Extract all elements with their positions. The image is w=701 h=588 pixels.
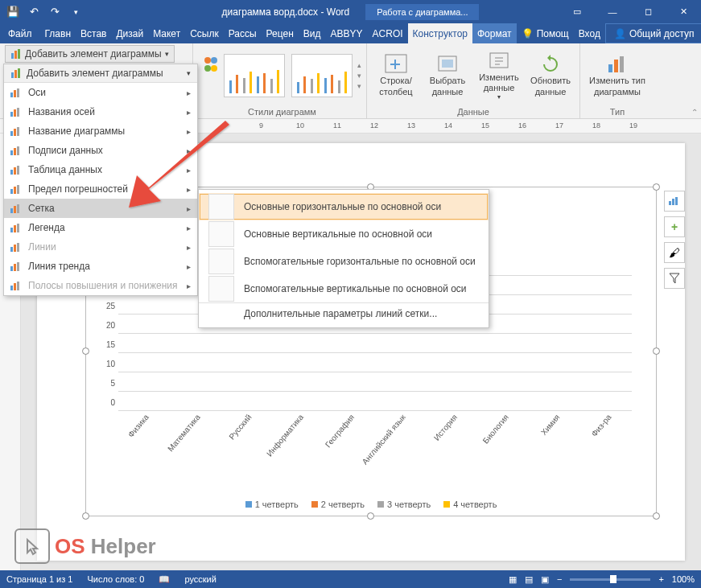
style-gallery-more[interactable]: ▴▾▾ xyxy=(357,61,361,90)
ribbon-group-type: Изменить тип диаграммы Тип xyxy=(580,43,654,118)
web-layout-icon[interactable]: ▣ xyxy=(541,574,549,585)
svg-rect-20 xyxy=(10,93,13,97)
resize-handle[interactable] xyxy=(653,183,660,191)
print-layout-icon[interactable]: ▤ xyxy=(525,574,533,585)
close-icon[interactable]: ✕ xyxy=(666,0,701,23)
submenu-item-minor-hor[interactable]: Вспомогательные горизонтальные по основн… xyxy=(199,248,489,275)
resize-handle[interactable] xyxy=(82,512,89,520)
tab-file[interactable]: Файл xyxy=(0,23,40,43)
legend-item[interactable]: 1 четверть xyxy=(245,500,299,509)
submenu-item-minor-ver[interactable]: Вспомогательные вертикальные по основной… xyxy=(199,275,489,302)
zoom-level[interactable]: 100% xyxy=(672,574,695,584)
chart-style-1[interactable] xyxy=(224,54,285,97)
zoom-out-icon[interactable]: − xyxy=(557,574,562,584)
svg-rect-42 xyxy=(14,225,16,232)
resize-handle[interactable] xyxy=(82,347,89,355)
resize-handle[interactable] xyxy=(367,512,374,520)
change-chart-type-button[interactable]: Изменить тип диаграммы xyxy=(585,47,649,104)
redo-icon[interactable]: ↷ xyxy=(45,2,64,22)
tab-help[interactable]: 💡Помощ xyxy=(517,23,574,43)
tab-home[interactable]: Главн xyxy=(40,23,76,43)
status-page[interactable]: Страница 1 из 1 xyxy=(6,574,72,584)
dropdown-item[interactable]: Название диаграммы▸ xyxy=(4,121,197,141)
spellcheck-icon[interactable]: 📖 xyxy=(159,574,170,585)
svg-rect-41 xyxy=(10,228,13,232)
svg-rect-11 xyxy=(608,64,612,72)
ribbon-options-icon[interactable]: ▭ xyxy=(559,0,595,23)
switch-row-column-button[interactable]: Строка/столбец xyxy=(372,47,420,104)
chart-style-2[interactable] xyxy=(291,54,353,97)
svg-rect-27 xyxy=(14,129,16,136)
tab-references[interactable]: Ссылк xyxy=(185,23,224,43)
dropdown-item[interactable]: Линия тренда▸ xyxy=(4,257,197,276)
add-chart-element-button[interactable]: Добавить элемент диаграммы ▾ xyxy=(5,45,175,63)
dropdown-item[interactable]: Предел погрешностей▸ xyxy=(4,179,197,199)
chart-elements-button[interactable] xyxy=(664,191,685,212)
chart-filter-button[interactable] xyxy=(664,268,685,289)
svg-rect-36 xyxy=(14,187,16,194)
submenu-item-primary-ver[interactable]: Основные вертикальные по основной оси xyxy=(199,220,489,248)
minimize-icon[interactable]: — xyxy=(595,0,630,23)
status-words[interactable]: Число слов: 0 xyxy=(87,574,144,584)
dropdown-item[interactable]: Оси▸ xyxy=(4,83,197,102)
dropdown-item[interactable]: Сетка▸ xyxy=(4,199,197,218)
dropdown-item[interactable]: Названия осей▸ xyxy=(4,102,197,121)
submenu-item-primary-hor[interactable]: Основные горизонтальные по основной оси xyxy=(199,193,489,220)
svg-rect-40 xyxy=(17,204,19,213)
tab-login[interactable]: Вход xyxy=(574,23,605,43)
zoom-in-icon[interactable]: + xyxy=(658,574,663,584)
submenu-more-options[interactable]: Дополнительные параметры линий сетки... xyxy=(199,302,489,324)
dropdown-item[interactable]: Подписи данных▸ xyxy=(4,141,197,160)
ruler-tick: 13 xyxy=(407,121,415,130)
legend-item[interactable]: 2 четверть xyxy=(311,500,365,509)
undo-icon[interactable]: ↶ xyxy=(24,2,43,22)
help-label: Помощ xyxy=(537,28,569,39)
select-data-button[interactable]: Выбрать данные xyxy=(423,47,472,104)
maximize-icon[interactable]: ◻ xyxy=(630,0,666,23)
collapse-ribbon-icon[interactable]: ⌃ xyxy=(691,108,698,117)
resize-handle[interactable] xyxy=(653,512,660,520)
chart-add-button[interactable]: + xyxy=(664,216,685,237)
y-tick: 10 xyxy=(106,359,115,368)
read-mode-icon[interactable]: ▦ xyxy=(509,574,517,585)
dropdown-item[interactable]: Таблица данных▸ xyxy=(4,160,197,179)
grid-hor-icon xyxy=(208,194,234,220)
resize-handle[interactable] xyxy=(653,347,660,355)
select-data-icon xyxy=(435,53,460,74)
tab-layout[interactable]: Макет xyxy=(148,23,185,43)
chart-styles-button[interactable]: 🖌 xyxy=(664,242,685,263)
dropdown-item[interactable]: Легенда▸ xyxy=(4,218,197,237)
tab-chart-design[interactable]: Конструктор xyxy=(408,23,472,43)
grid-ver-icon xyxy=(208,221,234,247)
tab-chart-format[interactable]: Формат xyxy=(472,23,517,43)
tab-view[interactable]: Вид xyxy=(299,23,326,43)
tab-mailings[interactable]: Рассы xyxy=(224,23,262,43)
chart-legend[interactable]: 1 четверть 2 четверть 3 четверть 4 четве… xyxy=(86,500,656,509)
svg-rect-30 xyxy=(14,148,16,155)
zoom-slider[interactable] xyxy=(570,578,650,581)
share-button[interactable]: 👤Общий доступ xyxy=(605,23,701,43)
tab-abbyy[interactable]: ABBYY xyxy=(326,23,368,43)
svg-rect-2 xyxy=(18,49,20,59)
legend-item[interactable]: 4 четверть xyxy=(443,500,497,509)
ruler-tick: 17 xyxy=(555,121,563,130)
svg-rect-25 xyxy=(17,108,19,117)
tab-acrobat[interactable]: ACROI xyxy=(368,23,408,43)
edit-data-button[interactable]: Изменить данные ▾ xyxy=(475,47,523,104)
share-label: Общий доступ xyxy=(629,28,695,39)
chart-element-icon xyxy=(10,68,22,79)
status-language[interactable]: русский xyxy=(184,574,216,584)
watermark: OS Helper xyxy=(14,528,156,564)
save-icon[interactable]: 💾 xyxy=(3,2,23,22)
tab-insert[interactable]: Встав xyxy=(76,23,111,43)
tab-review[interactable]: Рецен xyxy=(262,23,299,43)
legend-item[interactable]: 3 четверть xyxy=(377,500,431,509)
svg-rect-24 xyxy=(14,109,16,117)
qat-customize-icon[interactable]: ▾ xyxy=(66,2,85,22)
svg-rect-17 xyxy=(11,72,14,78)
tab-design[interactable]: Дизай xyxy=(111,23,148,43)
color-palette-icon[interactable] xyxy=(203,54,219,97)
svg-rect-12 xyxy=(614,60,618,72)
refresh-data-button[interactable]: Обновить данные xyxy=(526,47,575,104)
svg-rect-19 xyxy=(18,68,20,78)
